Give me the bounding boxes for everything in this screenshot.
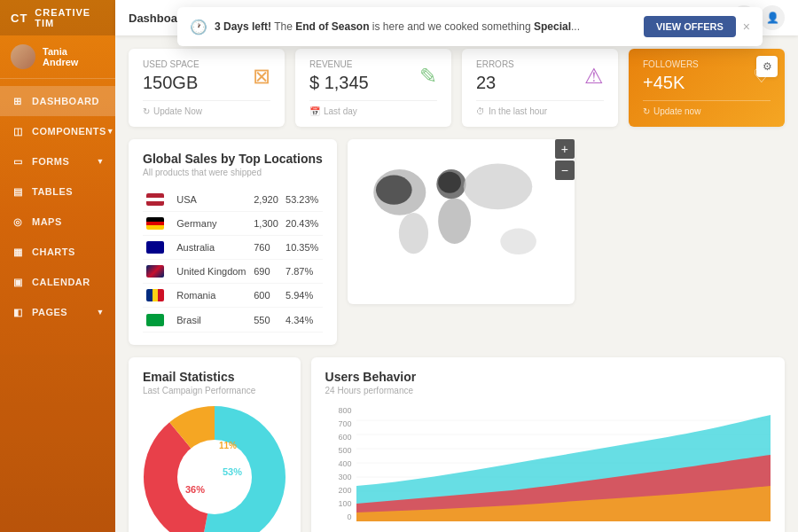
notification-banner: 🕐 3 Days left! The End of Season is here…	[177, 7, 763, 46]
stat-value: +45K	[643, 73, 699, 93]
map-controls: + −	[555, 139, 575, 180]
table-row: USA 2,920 53.23%	[143, 188, 323, 212]
stat-label: Errors	[476, 59, 514, 69]
sidebar-item-label: COMPONENTS	[32, 126, 106, 137]
pencil-icon: ✎	[419, 64, 437, 89]
sidebar: CT CREATIVE TIM Tania Andrew ⊞ DASHBOARD…	[0, 0, 115, 532]
sales-value: 690	[250, 260, 282, 284]
calendar-icon: 📅	[309, 106, 320, 116]
settings-button[interactable]: ⚙	[756, 56, 778, 77]
stat-footer: ⏱ In the last hour	[476, 100, 604, 116]
area-chart: 800 700 600 500 400 300 200 100 0	[325, 406, 771, 532]
pie-chart: 53% 36% 11%	[143, 406, 286, 532]
card-subtitle: Last Campaign Performance	[143, 386, 286, 395]
sidebar-logo[interactable]: CT CREATIVE TIM	[0, 0, 115, 35]
flag-icon	[146, 314, 164, 326]
sidebar-item-forms[interactable]: ▭ FORMS ▼	[0, 146, 115, 176]
country-name: Australia	[173, 236, 250, 260]
sidebar-item-components[interactable]: ◫ COMPONENTS ▼	[0, 116, 115, 146]
tables-icon: ▤	[11, 184, 25, 199]
charts-section: Email Statistics Last Campaign Performan…	[129, 357, 785, 532]
table-row: Germany 1,300 20.43%	[143, 212, 323, 236]
sidebar-item-tables[interactable]: ▤ TABLES	[0, 176, 115, 207]
chevron-down-icon: ▼	[106, 127, 114, 136]
flag-icon	[146, 241, 164, 254]
sales-section: Global Sales by Top Locations All produc…	[129, 139, 785, 345]
sales-value: 1,300	[250, 212, 282, 236]
sidebar-item-calendar[interactable]: ▣ CALENDAR	[0, 267, 115, 297]
sales-value: 2,920	[250, 188, 282, 212]
email-stats-card: Email Statistics Last Campaign Performan…	[129, 357, 301, 532]
sales-percent: 20.43%	[282, 212, 323, 236]
calendar-icon: ▣	[11, 275, 25, 289]
sidebar-logo-name: CREATIVE TIM	[35, 7, 105, 28]
components-icon: ◫	[11, 124, 25, 138]
refresh-icon: ↻	[143, 106, 150, 116]
country-name: Brasil	[173, 308, 250, 332]
pie-chart-svg: 53% 36% 11%	[144, 406, 286, 532]
user-menu-button[interactable]: 👤	[760, 5, 785, 30]
chart-area-svg	[356, 406, 771, 521]
sidebar-item-label: PAGES	[32, 307, 67, 317]
table-row: Romania 600 5.94%	[143, 284, 323, 308]
stat-label: Followers	[643, 59, 699, 69]
stat-footer: ↻ Update now	[643, 100, 771, 116]
stat-card-revenue: Revenue $ 1,345 ✎ 📅 Last day	[295, 49, 451, 127]
sidebar-item-charts[interactable]: ▦ CHARTS	[0, 237, 115, 267]
card-title: Global Sales by Top Locations	[143, 152, 323, 166]
clock-icon: ⏱	[476, 106, 485, 116]
sales-value: 760	[250, 236, 282, 260]
dashboard-icon: ⊞	[11, 94, 25, 108]
sidebar-background	[0, 355, 115, 532]
svg-point-7	[438, 172, 461, 193]
country-name: Germany	[173, 212, 250, 236]
warning-icon: ⚠	[584, 64, 604, 89]
sidebar-item-dashboard[interactable]: ⊞ DASHBOARD	[0, 86, 115, 116]
stat-footer: 📅 Last day	[309, 100, 437, 116]
svg-text:53%: 53%	[223, 466, 242, 477]
sidebar-logo-ct: CT	[11, 12, 27, 25]
sales-percent: 10.35%	[282, 236, 323, 260]
stats-row: Used Space 150GB ⊠ ↻ Update Now Revenue …	[129, 49, 785, 127]
sales-percent: 5.94%	[282, 284, 323, 308]
sidebar-item-label: DASHBOARD	[32, 96, 99, 106]
sales-table: USA 2,920 53.23% Germany 1,300 20.43% Au…	[143, 188, 323, 332]
country-name: United Kingdom	[173, 260, 250, 284]
forms-icon: ▭	[11, 154, 25, 168]
sidebar-user: Tania Andrew	[0, 35, 115, 79]
svg-point-4	[464, 164, 533, 210]
table-row: Australia 760 10.35%	[143, 236, 323, 260]
username-label: Tania Andrew	[43, 46, 105, 67]
charts-icon: ▦	[11, 245, 25, 259]
chevron-down-icon: ▼	[97, 308, 105, 317]
svg-point-5	[500, 229, 536, 255]
sidebar-item-maps[interactable]: ◎ MAPS	[0, 207, 115, 237]
sidebar-item-pages[interactable]: ◧ PAGES ▼	[0, 297, 115, 327]
chevron-down-icon: ▼	[97, 157, 105, 166]
card-title: Users Behavior	[325, 370, 771, 384]
map-zoom-out-button[interactable]: −	[555, 160, 575, 180]
sidebar-item-label: MAPS	[32, 216, 62, 227]
close-icon[interactable]: ×	[743, 20, 750, 34]
stat-card-storage: Used Space 150GB ⊠ ↻ Update Now	[129, 49, 285, 127]
view-offers-button[interactable]: VIEW OFFERS	[644, 16, 736, 37]
svg-point-6	[376, 176, 412, 205]
pages-icon: ◧	[11, 305, 25, 319]
stat-label: Used Space	[143, 59, 200, 69]
refresh-icon: ↻	[643, 106, 650, 116]
world-map-card: + −	[348, 139, 575, 304]
card-subtitle: 24 Hours performance	[325, 386, 771, 395]
sidebar-item-label: CHARTS	[32, 246, 75, 257]
flag-icon	[146, 289, 164, 301]
sidebar-item-label: TABLES	[32, 186, 73, 197]
world-map	[355, 146, 567, 297]
sales-value: 600	[250, 284, 282, 308]
stat-card-errors: Errors 23 ⚠ ⏱ In the last hour	[462, 49, 618, 127]
timer-icon: 🕐	[190, 19, 207, 35]
card-title: Email Statistics	[143, 370, 286, 384]
maps-icon: ◎	[11, 215, 25, 229]
stat-label: Revenue	[309, 59, 369, 69]
card-subtitle: All products that were shipped	[143, 168, 323, 177]
table-row: United Kingdom 690 7.87%	[143, 260, 323, 284]
map-zoom-in-button[interactable]: +	[555, 139, 575, 159]
